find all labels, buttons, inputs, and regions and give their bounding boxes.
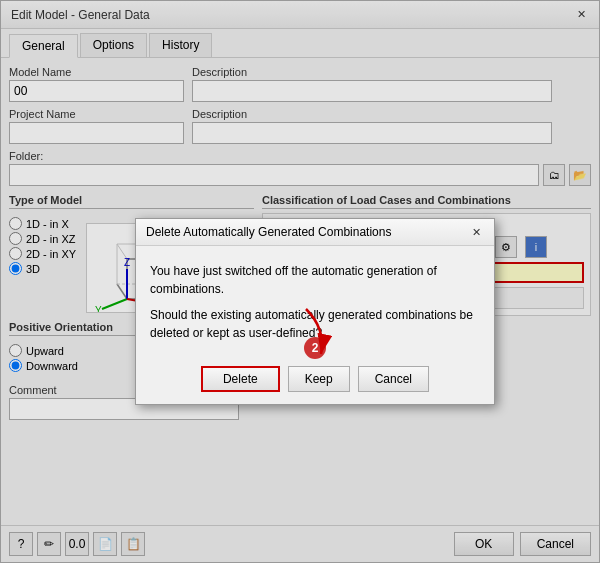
keep-button[interactable]: Keep bbox=[288, 366, 350, 392]
dialog-body-line1: You have just switched off the automatic… bbox=[150, 262, 480, 298]
dialog-title-bar: Delete Automatically Generated Combinati… bbox=[136, 219, 494, 246]
dialog-title-text: Delete Automatically Generated Combinati… bbox=[146, 225, 391, 239]
dialog-footer: Delete Keep Cancel bbox=[136, 358, 494, 404]
dialog-close-button[interactable]: ✕ bbox=[468, 224, 484, 240]
delete-button[interactable]: Delete bbox=[201, 366, 280, 392]
dialog-overlay: 2 Delete Automatically Generated Combina… bbox=[1, 1, 599, 562]
main-window: Edit Model - General Data ✕ General Opti… bbox=[0, 0, 600, 563]
delete-dialog: 2 Delete Automatically Generated Combina… bbox=[135, 218, 495, 405]
dialog-cancel-button[interactable]: Cancel bbox=[358, 366, 429, 392]
step-2-circle: 2 bbox=[304, 337, 326, 359]
